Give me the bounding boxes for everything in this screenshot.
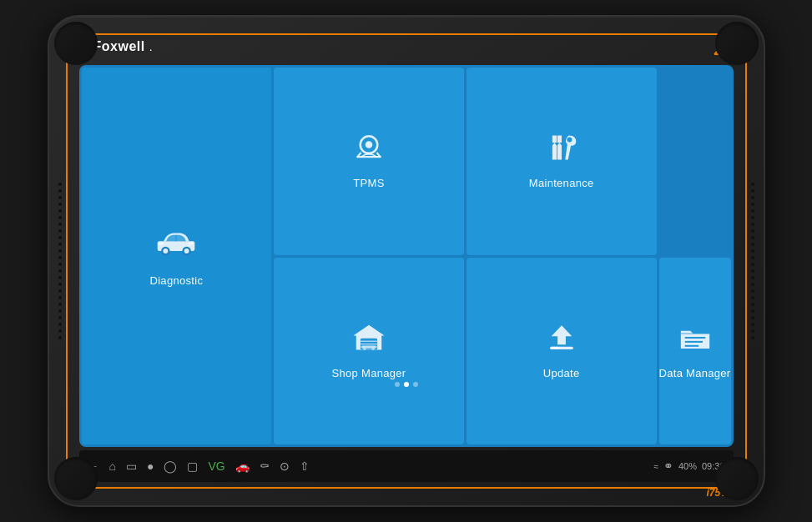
maintenance-icon [543,133,580,170]
taskbar: ← ⌂ ▭ ● ◯ ▢ VG 🚗 ⚰ ⊙ ⇧ ≈ ⚭ 40% 09:30 [79,450,734,482]
status-bar: ≈ ⚭ 40% 09:30 [653,459,724,473]
corner-bumper-bl [54,457,98,500]
svg-point-8 [164,248,169,253]
corner-bumper-tl [54,22,98,65]
svg-marker-28 [551,325,572,344]
app-grid: Diagnostic ! TPMS [79,65,734,447]
svg-rect-11 [189,243,194,245]
brand-name: Foxwell [93,39,145,54]
tpms-cell[interactable]: ! TPMS [274,68,464,255]
taskbar-nav-icons: ← ⌂ ▭ ● ◯ ▢ VG 🚗 ⚰ ⊙ ⇧ [88,459,310,473]
corner-bumper-br [715,457,759,500]
update-icon [543,323,580,360]
wifi-icon: ≈ [653,462,658,471]
svg-point-19 [567,138,572,143]
left-grip [53,178,68,344]
maintenance-cell[interactable]: Maintenance [467,68,657,255]
shop-manager-icon [351,323,387,360]
data-manager-label: Data Manager [659,367,731,379]
battery-level: 40% [678,461,697,471]
logo-period: . [149,40,153,53]
tpms-icon: ! [351,133,387,170]
camera-button[interactable]: ● [147,459,154,473]
car-button[interactable]: 🚗 [235,459,250,473]
diagnostic-label: Diagnostic [149,274,203,287]
maintenance-label: Maintenance [529,177,594,189]
update-cell[interactable]: Update [467,258,657,445]
svg-text:!: ! [367,142,369,148]
tpms-label: TPMS [353,177,384,189]
diagnostic-icon [154,225,198,268]
corner-bumper-tr [715,22,759,65]
shop-manager-label: Shop Manager [332,367,406,379]
svg-point-10 [184,248,189,253]
vc-button[interactable]: VG [208,459,224,473]
svg-rect-30 [550,346,559,349]
svg-point-26 [363,348,366,350]
upload-button[interactable]: ⇧ [300,459,310,473]
browser-button[interactable]: ◯ [164,459,177,473]
data-manager-icon [677,323,714,360]
crop-button[interactable]: ▢ [187,459,198,473]
shop-manager-cell[interactable]: Shop Manager [274,258,464,445]
page-dot-2 [404,382,409,387]
tuner-button[interactable]: ⚰ [260,459,270,473]
recents-button[interactable]: ▭ [126,459,137,473]
device-screen: Diagnostic ! TPMS [79,65,734,447]
device: ▶ Foxwell . [48,15,765,507]
diagnostic-cell[interactable]: Diagnostic [82,68,272,444]
tpms-button[interactable]: ⊙ [280,459,290,473]
page-dot-1 [395,382,400,387]
bluetooth-icon: ⚭ [663,459,673,473]
update-label: Update [543,367,580,379]
svg-point-27 [371,348,374,350]
data-manager-cell[interactable]: Data Manager [659,258,731,445]
right-grip [745,178,760,344]
home-button[interactable]: ⌂ [109,459,116,473]
page-indicator [395,382,418,387]
svg-rect-12 [159,243,164,245]
page-dot-3 [413,382,418,387]
